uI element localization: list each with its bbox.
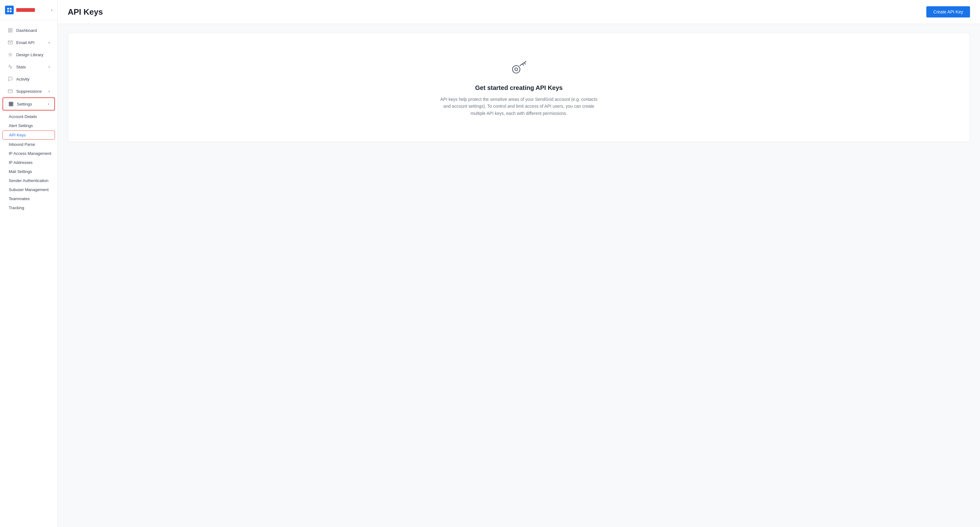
sidebar-item-dashboard-label: Dashboard xyxy=(16,28,50,33)
app-logo-icon xyxy=(5,6,14,14)
brand-logo-bar xyxy=(16,8,35,12)
empty-state-description: API keys help protect the sensitive area… xyxy=(438,96,600,117)
svg-rect-15 xyxy=(11,103,11,105)
sidebar-navigation: Dashboard Email API ▾ Design Li xyxy=(0,20,57,217)
activity-icon xyxy=(8,76,13,82)
svg-rect-4 xyxy=(8,29,10,30)
subnav-item-ip-addresses[interactable]: IP Addresses xyxy=(0,158,57,167)
sidebar-item-activity-label: Activity xyxy=(16,77,50,81)
svg-rect-6 xyxy=(8,30,10,32)
sidebar-item-design-library-label: Design Library xyxy=(16,53,50,57)
subnav-item-alert-settings[interactable]: Alert Settings xyxy=(0,121,57,130)
subnav-item-tracking[interactable]: Tracking xyxy=(0,203,57,212)
email-api-chevron-icon: ▾ xyxy=(48,41,50,45)
subnav-item-teammates[interactable]: Teammates xyxy=(0,194,57,203)
sidebar-item-suppressions[interactable]: Suppressions ▾ xyxy=(3,85,55,97)
empty-state-title: Get started creating API Keys xyxy=(475,84,562,91)
logo-chevron-icon: ▾ xyxy=(51,8,52,12)
subnav-item-ip-access-management[interactable]: IP Access Management xyxy=(0,149,57,158)
design-library-icon xyxy=(8,52,13,57)
subnav-item-sender-authentication[interactable]: Sender Authentication xyxy=(0,176,57,185)
svg-rect-7 xyxy=(11,30,12,32)
sidebar-item-dashboard[interactable]: Dashboard xyxy=(3,24,55,36)
sidebar-item-stats-label: Stats xyxy=(16,65,45,69)
svg-line-24 xyxy=(524,63,526,64)
svg-rect-5 xyxy=(11,29,12,30)
sidebar-item-email-api-label: Email API xyxy=(16,40,45,45)
api-key-icon xyxy=(510,58,528,78)
sidebar-item-email-api[interactable]: Email API ▾ xyxy=(3,37,55,48)
svg-point-21 xyxy=(512,65,520,73)
subnav-item-inbound-parse[interactable]: Inbound Parse xyxy=(0,140,57,149)
subnav-item-account-details[interactable]: Account Details xyxy=(0,112,57,121)
email-api-icon xyxy=(8,40,13,45)
stats-chevron-icon: ▾ xyxy=(48,65,50,69)
suppressions-chevron-icon: ▾ xyxy=(48,89,50,93)
suppressions-icon xyxy=(8,88,13,94)
sidebar: ▾ Dashboard Email API xyxy=(0,0,58,527)
svg-rect-2 xyxy=(7,11,9,12)
svg-rect-1 xyxy=(10,8,11,10)
sidebar-item-settings[interactable]: Settings ▾ xyxy=(3,97,55,110)
main-area: API Keys Create API Key Get started crea… xyxy=(58,0,980,527)
logo-area[interactable]: ▾ xyxy=(0,0,57,20)
svg-rect-17 xyxy=(11,105,11,106)
svg-line-25 xyxy=(522,64,524,65)
empty-state-card: Get started creating API Keys API keys h… xyxy=(68,33,970,142)
main-content: Get started creating API Keys API keys h… xyxy=(58,24,980,527)
dashboard-icon xyxy=(8,27,13,33)
page-title: API Keys xyxy=(68,7,103,17)
sidebar-item-suppressions-label: Suppressions xyxy=(16,89,45,94)
create-api-key-button[interactable]: Create API Key xyxy=(926,6,970,18)
settings-chevron-icon: ▾ xyxy=(48,102,49,106)
svg-point-22 xyxy=(515,68,517,71)
subnav-item-api-keys[interactable]: API Keys xyxy=(3,131,55,140)
sidebar-item-stats[interactable]: Stats ▾ xyxy=(3,61,55,73)
subnav-item-mail-settings[interactable]: Mail Settings xyxy=(0,167,57,176)
main-header: API Keys Create API Key xyxy=(58,0,980,24)
svg-rect-16 xyxy=(9,105,10,106)
sidebar-item-activity[interactable]: Activity xyxy=(3,73,55,85)
svg-rect-3 xyxy=(10,11,11,12)
svg-rect-14 xyxy=(9,103,10,105)
svg-rect-12 xyxy=(9,102,10,103)
svg-rect-13 xyxy=(11,102,11,103)
svg-rect-19 xyxy=(12,103,13,105)
svg-point-9 xyxy=(10,54,11,55)
logo-svg xyxy=(6,7,12,13)
stats-icon xyxy=(8,64,13,70)
svg-rect-18 xyxy=(12,102,13,103)
sidebar-item-design-library[interactable]: Design Library xyxy=(3,49,55,61)
settings-subnav: Account Details Alert Settings API Keys … xyxy=(0,111,57,213)
sidebar-item-settings-label: Settings xyxy=(17,102,45,107)
subnav-item-subuser-management[interactable]: Subuser Management xyxy=(0,185,57,194)
svg-rect-10 xyxy=(8,89,12,93)
settings-icon xyxy=(8,101,14,107)
svg-rect-20 xyxy=(12,105,13,106)
svg-rect-0 xyxy=(7,8,9,10)
